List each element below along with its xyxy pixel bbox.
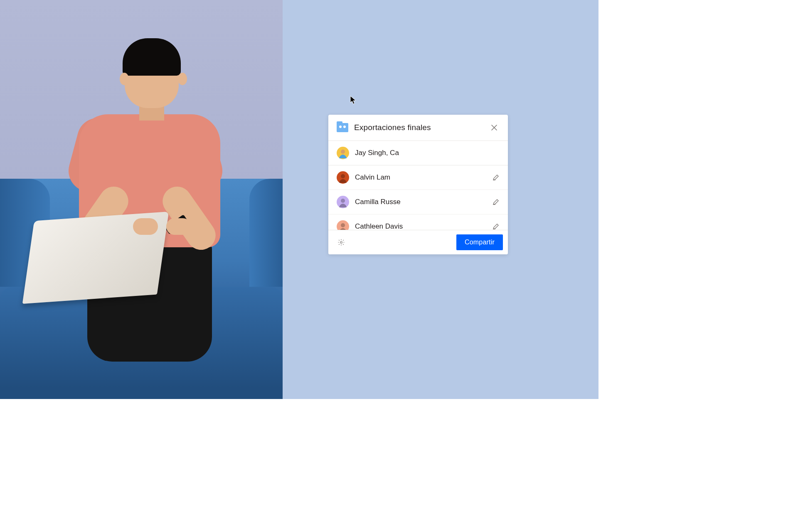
gear-icon — [337, 239, 345, 246]
pencil-icon — [493, 223, 499, 230]
svg-point-13 — [340, 241, 342, 244]
suggestion-name: Calvin Lam — [355, 173, 485, 182]
avatar — [337, 196, 349, 208]
svg-point-3 — [341, 150, 345, 154]
pencil-icon — [493, 199, 499, 205]
pencil-icon — [493, 174, 499, 181]
couch-cushion — [249, 179, 283, 287]
share-dialog: Exportaciones finales Calvin LamCamilla … — [328, 115, 508, 254]
suggestion-row[interactable]: Cathleen Davis — [328, 214, 508, 230]
person-on-laptop — [62, 42, 229, 332]
edit-permission-button[interactable] — [491, 222, 500, 230]
svg-point-5 — [341, 174, 345, 178]
dialog-footer: Compartir — [328, 230, 508, 254]
share-button[interactable]: Compartir — [456, 234, 503, 250]
hero-photo — [0, 0, 283, 399]
close-button[interactable] — [488, 121, 500, 134]
share-input-row — [328, 141, 508, 165]
avatar — [337, 147, 349, 159]
svg-point-11 — [341, 223, 345, 227]
suggestion-name: Camilla Russe — [355, 198, 485, 206]
avatar — [337, 171, 349, 184]
dialog-header: Exportaciones finales — [328, 115, 508, 141]
edit-permission-button[interactable] — [491, 173, 500, 182]
share-recipients-input[interactable] — [355, 149, 500, 157]
edit-permission-button[interactable] — [491, 197, 500, 207]
dialog-title: Exportaciones finales — [354, 123, 482, 132]
demo-canvas: Exportaciones finales Calvin LamCamilla … — [283, 0, 598, 399]
suggestion-name: Cathleen Davis — [355, 222, 485, 230]
settings-button[interactable] — [336, 237, 347, 248]
suggestion-row[interactable]: Calvin Lam — [328, 165, 508, 190]
shared-folder-icon — [337, 123, 348, 132]
suggestions-list: Calvin LamCamilla RusseCathleen Davis — [328, 165, 508, 230]
cursor-icon — [350, 96, 357, 105]
close-icon — [491, 125, 497, 131]
svg-point-8 — [341, 199, 345, 203]
suggestion-row[interactable]: Camilla Russe — [328, 190, 508, 214]
avatar — [337, 220, 349, 230]
